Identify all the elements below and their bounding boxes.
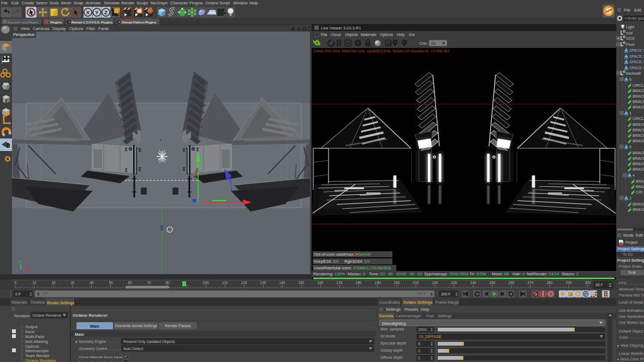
- svg-text:CIRCLE: CIRCLE: [633, 83, 644, 87]
- svg-text:SPACE SH: SPACE SH: [629, 66, 644, 70]
- svg-text:6: 6: [629, 77, 631, 81]
- svg-text:BRACKI: BRACKI: [633, 89, 644, 93]
- svg-text:Save: Save: [25, 329, 34, 334]
- svg-text:Anti-Aliasing: Anti-Aliasing: [25, 339, 48, 344]
- svg-text:SPACE SH: SPACE SH: [629, 55, 644, 58]
- svg-text:?: ?: [550, 292, 552, 297]
- svg-text:BRACKI: BRACKI: [633, 100, 644, 104]
- svg-text:Octane Renderer: Octane Renderer: [25, 358, 57, 362]
- svg-text:Y: Y: [95, 9, 99, 15]
- svg-text:2: 2: [629, 196, 631, 200]
- svg-text:CIR: CIR: [636, 190, 642, 194]
- svg-text:Z: Z: [104, 9, 108, 15]
- svg-text:BRACK: BRACK: [633, 139, 644, 143]
- svg-text:BRACK: BRACK: [633, 162, 644, 166]
- svg-text:Output: Output: [25, 324, 38, 329]
- svg-text:BRACK: BRACK: [633, 123, 644, 126]
- svg-text:Floor: Floor: [626, 43, 635, 46]
- svg-text:BRACK: BRACK: [633, 167, 644, 171]
- svg-text:BRACKI: BRACKI: [633, 105, 644, 109]
- svg-text:backwall: backwall: [626, 71, 641, 75]
- svg-text:P: P: [584, 292, 587, 297]
- svg-text:R: R: [347, 41, 350, 46]
- svg-text:BRA: BRA: [636, 179, 644, 183]
- svg-text:Light: Light: [626, 25, 634, 29]
- svg-text:BRACK: BRACK: [633, 134, 644, 137]
- svg-text:BRACK: BRACK: [633, 202, 644, 206]
- svg-text:SPACE SH: SPACE SH: [629, 49, 644, 52]
- svg-text:roof: roof: [626, 31, 633, 35]
- svg-text:1: 1: [629, 111, 631, 115]
- svg-text:4: 4: [633, 173, 635, 177]
- svg-text:BRACK: BRACK: [633, 128, 644, 132]
- svg-text:CIRCLE: CIRCLE: [633, 117, 644, 120]
- svg-text:Team Render: Team Render: [25, 353, 50, 358]
- svg-text:BRA: BRA: [636, 185, 644, 189]
- svg-text:Multi-Pass: Multi-Pass: [25, 334, 44, 339]
- svg-text:BRACK: BRACK: [633, 151, 644, 155]
- svg-text:5: 5: [629, 145, 631, 149]
- svg-text:SIDE: SIDE: [626, 37, 635, 40]
- svg-text:BRACK: BRACK: [633, 156, 644, 160]
- svg-text:Chn:: Chn:: [419, 41, 428, 46]
- svg-text:Stereoscopic: Stereoscopic: [25, 348, 49, 353]
- svg-text:DL: DL: [431, 41, 436, 45]
- svg-text:X: X: [86, 9, 90, 15]
- svg-text:BRACKI: BRACKI: [633, 94, 644, 98]
- svg-text:BRACK: BRACK: [633, 208, 644, 212]
- svg-text:Y: Y: [19, 260, 22, 264]
- svg-text:SPACE SH: SPACE SH: [629, 60, 644, 64]
